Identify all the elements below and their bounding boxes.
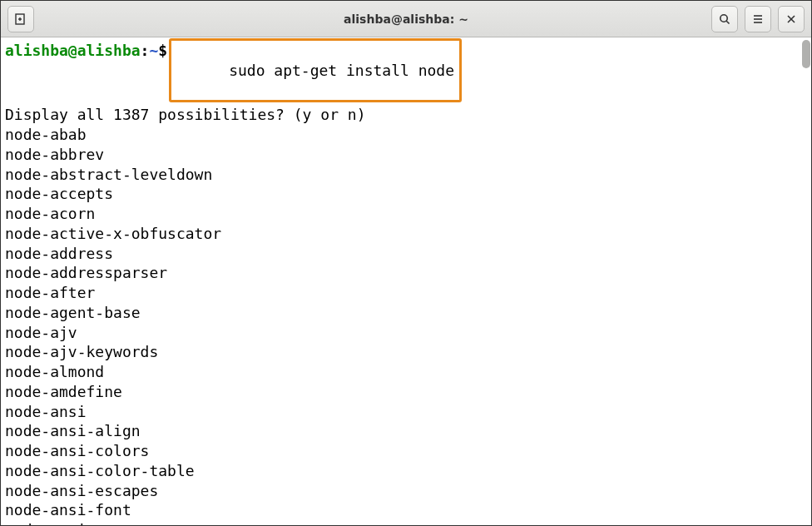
- window-titlebar: alishba@alishba: ~: [1, 1, 811, 37]
- command-text: sudo apt-get install node: [229, 62, 454, 79]
- list-item: node-ansi: [5, 402, 807, 422]
- new-tab-button[interactable]: [7, 6, 34, 32]
- list-item: node-amdefine: [5, 382, 807, 402]
- prompt-user-host: alishba@alishba: [5, 41, 141, 61]
- list-item: node-abab: [5, 125, 807, 145]
- search-button[interactable]: [711, 6, 738, 32]
- terminal-body[interactable]: alishba@alishba:~$ sudo apt-get install …: [1, 37, 811, 525]
- window-title: alishba@alishba: ~: [344, 12, 468, 26]
- titlebar-controls: [710, 6, 806, 32]
- close-button[interactable]: [778, 6, 805, 32]
- new-tab-icon: [14, 12, 27, 26]
- list-item: node-accepts: [5, 184, 807, 204]
- close-icon: [785, 12, 798, 26]
- list-item: node-addressparser: [5, 263, 807, 283]
- list-item: node-ansi-align: [5, 421, 807, 441]
- list-item: node-active-x-obfuscator: [5, 224, 807, 244]
- hamburger-icon: [751, 12, 765, 26]
- list-item: node-ajv: [5, 323, 807, 343]
- package-list: node-ababnode-abbrevnode-abstract-leveld…: [5, 125, 807, 525]
- list-item: node-address: [5, 244, 807, 264]
- tab-completion-question: Display all 1387 possibilities? (y or n): [5, 105, 807, 125]
- search-icon: [718, 12, 731, 26]
- prompt-dollar: $: [158, 41, 167, 61]
- list-item: node-ajv-keywords: [5, 342, 807, 362]
- list-item: node-abbrev: [5, 145, 807, 165]
- command-highlight: sudo apt-get install node: [169, 38, 462, 102]
- list-item: node-ansi-colors: [5, 441, 807, 461]
- prompt-path: ~: [149, 41, 158, 61]
- list-item: node-ansi-color-table: [5, 461, 807, 481]
- svg-line-4: [726, 21, 729, 23]
- list-item: node-ansi-font: [5, 500, 807, 520]
- prompt-line: alishba@alishba:~$ sudo apt-get install …: [5, 41, 807, 105]
- list-item: node-abstract-leveldown: [5, 165, 807, 185]
- menu-button[interactable]: [745, 6, 771, 32]
- list-item: node-ansi-regex: [5, 520, 807, 525]
- list-item: node-almond: [5, 362, 807, 382]
- svg-point-3: [720, 14, 727, 21]
- list-item: node-agent-base: [5, 303, 807, 323]
- list-item: node-acorn: [5, 204, 807, 224]
- scrollbar-thumb[interactable]: [802, 40, 810, 68]
- list-item: node-ansi-escapes: [5, 481, 807, 501]
- list-item: node-after: [5, 283, 807, 303]
- prompt-colon: :: [141, 41, 150, 61]
